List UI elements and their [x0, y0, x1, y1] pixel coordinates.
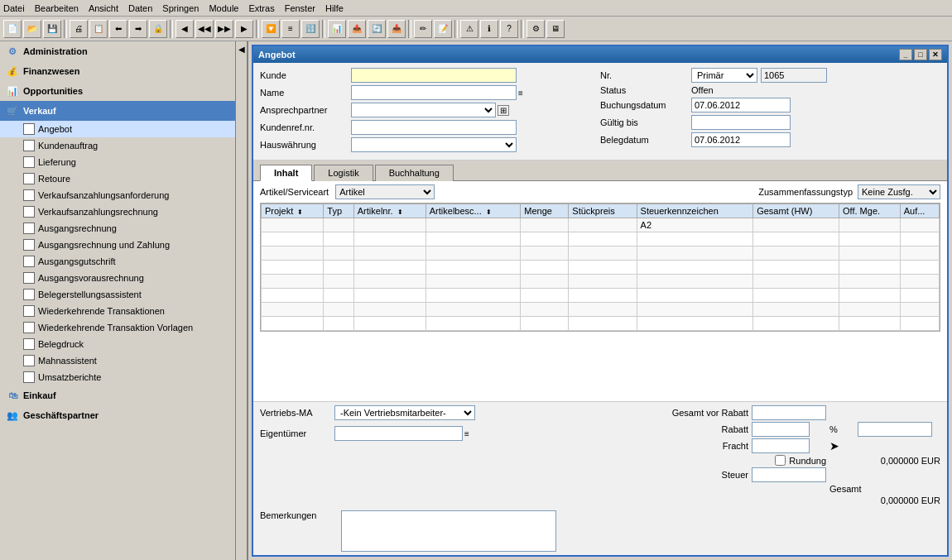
toolbar-btn-11[interactable]: ▶▶ [215, 20, 233, 38]
nav-item-lieferung[interactable]: Lieferung [0, 154, 235, 170]
menu-datei[interactable]: Datei [3, 3, 25, 13]
vertriebs-ma-select[interactable]: -Kein Vertriebsmitarbeiter- [334, 405, 475, 420]
table-cell[interactable] [637, 261, 753, 275]
toolbar-btn-settings[interactable]: ⚙ [526, 20, 545, 38]
table-cell[interactable] [839, 246, 901, 261]
toolbar-btn-6[interactable]: ⬅ [109, 20, 127, 38]
nav-section-administration[interactable]: ⚙ Administration [0, 41, 235, 61]
toolbar-btn-8[interactable]: 🔒 [149, 20, 167, 38]
nav-item-angebot[interactable]: Angebot [0, 121, 235, 137]
tab-logistik[interactable]: Logistik [314, 165, 373, 181]
table-cell[interactable] [353, 246, 426, 261]
fracht-arrow-icon[interactable]: ➤ [829, 439, 854, 452]
table-cell[interactable] [753, 289, 839, 303]
table-cell[interactable] [262, 303, 324, 317]
table-cell[interactable] [900, 289, 939, 303]
steuer-input[interactable] [752, 467, 826, 482]
table-cell[interactable] [353, 317, 426, 331]
buchungsdatum-input[interactable] [691, 98, 791, 112]
table-cell[interactable] [521, 303, 569, 317]
toolbar-btn-20[interactable]: 📝 [434, 20, 452, 38]
nav-item-belegerstellungsassistent[interactable]: Belegerstellungsassistent [0, 286, 235, 303]
nav-item-belegdruck[interactable]: Belegdruck [0, 336, 235, 352]
table-cell[interactable] [426, 246, 520, 261]
nav-item-verkaufsanzahlungsrechnung[interactable]: Verkaufsanzahlungsrechnung [0, 203, 235, 220]
table-cell[interactable] [426, 289, 520, 303]
toolbar-btn-help[interactable]: ? [500, 20, 518, 38]
table-cell[interactable] [262, 232, 324, 246]
toolbar-btn-21[interactable]: 🖥 [546, 20, 565, 38]
toolbar-btn-17[interactable]: 🔄 [368, 20, 386, 38]
kunde-input[interactable] [351, 68, 517, 83]
gesamt-vor-rabatt-input[interactable] [752, 405, 826, 420]
toolbar-btn-18[interactable]: 📥 [387, 20, 406, 38]
table-cell[interactable] [324, 317, 353, 331]
table-cell[interactable] [324, 275, 353, 289]
toolbar-btn-filter[interactable]: 🔽 [262, 20, 280, 38]
table-cell[interactable] [426, 303, 520, 317]
table-cell[interactable] [324, 289, 353, 303]
rundung-checkbox[interactable] [775, 455, 786, 466]
rabatt-input[interactable] [752, 422, 810, 437]
toolbar-btn-5[interactable]: 📋 [89, 20, 108, 38]
menu-springen[interactable]: Springen [162, 3, 199, 13]
table-cell[interactable] [426, 261, 520, 275]
table-cell[interactable] [569, 289, 637, 303]
table-cell[interactable] [637, 303, 753, 317]
table-cell[interactable] [753, 317, 839, 331]
menu-daten[interactable]: Daten [128, 3, 152, 13]
toolbar-btn-save[interactable]: 💾 [43, 20, 61, 38]
ansprechpartner-btn[interactable]: ⊞ [498, 105, 509, 116]
toolbar-btn-new[interactable]: 📄 [3, 20, 22, 38]
table-cell[interactable] [324, 303, 353, 317]
table-cell[interactable] [753, 261, 839, 275]
toolbar-btn-15[interactable]: 📊 [328, 20, 346, 38]
table-cell[interactable] [521, 246, 569, 261]
name-expand-icon[interactable]: ≡ [518, 89, 523, 98]
nav-item-ausgangsgutschrift[interactable]: Ausgangsgutschrift [0, 253, 235, 270]
table-cell[interactable] [637, 232, 753, 246]
table-row[interactable] [262, 246, 940, 261]
menu-hilfe[interactable]: Hilfe [325, 3, 344, 13]
table-cell[interactable] [900, 303, 939, 317]
table-cell[interactable] [900, 261, 939, 275]
nav-section-verkauf[interactable]: 🛒 Verkauf [0, 101, 235, 121]
table-cell[interactable] [839, 317, 901, 331]
table-cell[interactable] [426, 317, 520, 331]
table-cell[interactable] [521, 317, 569, 331]
table-cell[interactable] [839, 303, 901, 317]
table-row[interactable] [262, 289, 940, 303]
toolbar-btn-19[interactable]: ✏ [414, 20, 432, 38]
tab-buchhaltung[interactable]: Buchhaltung [375, 165, 454, 181]
table-cell[interactable] [569, 275, 637, 289]
title-btn-minimize[interactable]: _ [899, 49, 912, 60]
table-cell[interactable] [262, 317, 324, 331]
table-cell[interactable] [900, 218, 939, 232]
table-cell[interactable] [753, 246, 839, 261]
rabatt-eur-input[interactable] [858, 422, 932, 437]
table-cell[interactable] [521, 261, 569, 275]
table-cell[interactable] [353, 232, 426, 246]
table-cell[interactable] [753, 303, 839, 317]
menu-ansicht[interactable]: Ansicht [89, 3, 118, 13]
nav-section-opportunities[interactable]: 📊 Opportunities [0, 81, 235, 101]
nav-item-wiederkehrende-transaktionen[interactable]: Wiederkehrende Transaktionen [0, 303, 235, 319]
nav-item-kundenauftrag[interactable]: Kundenauftrag [0, 137, 235, 154]
table-row[interactable] [262, 232, 940, 246]
nr-value-input[interactable] [761, 68, 827, 83]
table-cell[interactable] [900, 232, 939, 246]
table-cell[interactable] [262, 289, 324, 303]
nav-item-ausgangsvorausrechnung[interactable]: Ausgangsvorausrechnung [0, 270, 235, 286]
toolbar-btn-12[interactable]: ▶ [235, 20, 253, 38]
name-input[interactable] [351, 85, 517, 100]
table-cell[interactable] [839, 261, 901, 275]
table-row[interactable] [262, 317, 940, 331]
menu-extras[interactable]: Extras [248, 3, 274, 13]
toolbar-btn-info[interactable]: ℹ [480, 20, 498, 38]
nav-section-geschaeftspartner[interactable]: 👥 Geschäftspartner [0, 405, 235, 425]
table-cell[interactable]: A2 [637, 218, 753, 232]
table-cell[interactable] [753, 218, 839, 232]
table-cell[interactable] [569, 261, 637, 275]
table-cell[interactable] [839, 275, 901, 289]
table-cell[interactable] [262, 218, 324, 232]
